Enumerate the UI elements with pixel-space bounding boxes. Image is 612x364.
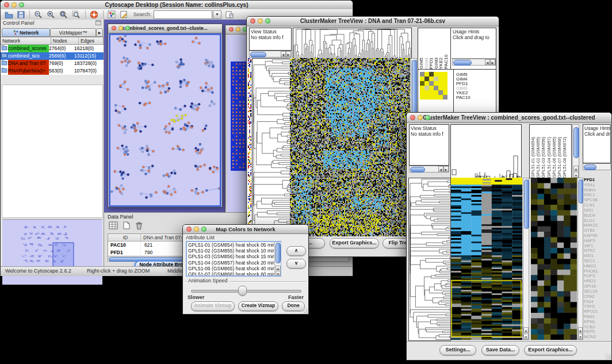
minimize-icon[interactable]	[418, 115, 423, 120]
col-label[interactable]: GPL51-04 (GSM857)	[546, 137, 552, 178]
close-icon[interactable]	[112, 26, 116, 30]
attribute-list-item[interactable]: GPL51-06 (GSM865) heat shock 40 min	[187, 266, 280, 271]
attribute-list-item[interactable]: GPL51-03 (GSM856) heat shock 15 min	[187, 254, 280, 259]
column-dendrogram[interactable]	[450, 124, 522, 178]
attribute-list-item[interactable]: GPL51-02 (GSM855) heat shock 10 min	[187, 248, 280, 254]
save-data-button[interactable]: Save Data...	[481, 345, 519, 355]
col-label[interactable]: GPL51-08 (GSM872)	[562, 137, 567, 178]
annotation-icon[interactable]	[120, 10, 128, 18]
col-label[interactable]: GPL51-01 (GSM854)	[530, 137, 536, 178]
vizmapper-icon[interactable]	[108, 10, 116, 18]
search-dropdown-icon[interactable]: ▼	[213, 10, 221, 19]
treeview1-titlebar[interactable]: ClusterMaker TreeView : DNA and Tran 07-…	[247, 17, 499, 26]
attribute-grid-icon[interactable]	[109, 221, 118, 232]
scrollbar-thumb[interactable]	[250, 52, 266, 58]
new-attribute-icon[interactable]	[123, 221, 130, 232]
attribute-list-item[interactable]: GPL51-01 (GSM854) heat shock 05 min	[187, 242, 280, 248]
float-panel-icon[interactable]	[95, 20, 101, 26]
attribute-table-icon[interactable]	[225, 10, 234, 18]
control-panel-title: Control Panel	[3, 20, 35, 26]
close-icon[interactable]	[410, 115, 415, 120]
zoom-out-icon[interactable]	[34, 10, 43, 19]
heatmap-zoom-panel[interactable]	[531, 178, 577, 340]
minimize-icon[interactable]	[118, 26, 123, 30]
attribute-list-item[interactable]: GPL51-04 (GSM857) heat shock 20 min	[187, 260, 280, 266]
cytoscape-titlebar[interactable]: Cytoscape Desktop (Session Name: collins…	[1, 1, 353, 10]
attribute-list-scrollbar[interactable]: ▲ ▼	[274, 242, 281, 275]
view-status-scrollbar[interactable]: ◀▶	[249, 51, 292, 58]
network-row[interactable]: combined_scores 2764(0) 16218(0)	[1, 45, 104, 52]
row-label[interactable]: PAC10	[456, 95, 494, 100]
save-icon[interactable]	[17, 11, 25, 18]
column-dendrogram[interactable]	[293, 28, 412, 59]
resize-grip[interactable]	[605, 354, 611, 359]
zoom-fit-icon[interactable]	[59, 10, 68, 19]
network-row[interactable]: DNA and Tran 07 769(0) 183728(0)	[1, 60, 104, 67]
minimize-icon[interactable]	[258, 18, 263, 24]
export-graphics-button[interactable]: Export Graphics...	[524, 345, 577, 355]
close-icon[interactable]	[229, 27, 234, 32]
control-panel-tabs: Network VizMapper™ ▶	[1, 28, 104, 37]
zoom-icon[interactable]	[19, 2, 24, 7]
network-icon	[13, 30, 18, 35]
zoom-icon[interactable]	[265, 18, 270, 24]
open-folder-icon[interactable]	[5, 11, 13, 18]
zoom-panel-vscrollbar[interactable]: ▲▼	[577, 178, 583, 340]
done-button[interactable]: Done	[282, 301, 305, 311]
close-icon[interactable]	[186, 227, 192, 232]
network-view-titlebar[interactable]: combined_scores_good.txt--cluste...	[108, 24, 222, 33]
close-icon[interactable]	[250, 18, 255, 24]
zoom-icon[interactable]	[201, 227, 206, 232]
heatmap-vscrollbar[interactable]: ▲▼	[523, 178, 529, 340]
minimize-icon[interactable]	[194, 227, 199, 232]
heatmap-main[interactable]	[290, 58, 410, 236]
col-label[interactable]: PAC10	[444, 55, 449, 69]
settings-button[interactable]: Settings...	[439, 345, 476, 355]
minimize-icon[interactable]	[12, 2, 17, 7]
network-row[interactable]: combined_sco 2569(6) 13112(15)	[1, 52, 104, 60]
search-input[interactable]	[154, 10, 212, 19]
move-down-button[interactable]: ∨	[286, 259, 306, 269]
row-dendrogram[interactable]	[408, 178, 451, 341]
export-graphics-button[interactable]: Export Graphics...	[330, 238, 379, 248]
create-vizmap-button[interactable]: Create Vizmap	[238, 301, 278, 311]
resize-grip[interactable]	[302, 308, 308, 313]
gene-label[interactable]: MON2	[584, 335, 610, 340]
col-label[interactable]: GPL51-03 (GSM856)	[541, 137, 546, 178]
col-label[interactable]: GPL51-07 (GSM868)	[557, 137, 562, 178]
minimize-icon[interactable]	[236, 27, 240, 32]
close-icon[interactable]	[4, 2, 9, 7]
move-up-button[interactable]: ∧	[286, 246, 306, 256]
col-edges[interactable]: Edges	[79, 37, 104, 44]
tab-network[interactable]: Network	[2, 28, 50, 37]
network-view-canvas[interactable]	[110, 35, 220, 205]
usage-hints-scrollbar[interactable]: ◀▶	[452, 59, 496, 66]
col-nodes[interactable]: Nodes	[51, 37, 79, 44]
help-ring-icon[interactable]	[90, 10, 98, 19]
animate-vizmap-button[interactable]: Animate Vizmap	[191, 301, 235, 311]
zoom-icon[interactable]	[425, 115, 430, 120]
view-status-title: View Status	[411, 125, 447, 131]
view-status-scrollbar[interactable]: ◀▶	[409, 166, 449, 173]
network-file-icon	[1, 60, 8, 68]
tab-overflow-arrow[interactable]: ▶	[96, 28, 103, 37]
id-column-header[interactable]: ID	[108, 234, 141, 241]
correlation-mini-heatmap[interactable]	[420, 72, 447, 99]
attribute-list-item[interactable]: GPL51-07 (GSM868) heat shock 60 min	[187, 271, 280, 277]
dialog-titlebar[interactable]: Map Colors to Network	[183, 225, 308, 234]
col-label[interactable]: GPL51-06 (GSM865)	[552, 137, 557, 178]
zoom-icon[interactable]	[125, 26, 130, 30]
animation-speed-slider-thumb[interactable]	[238, 286, 247, 296]
col-network[interactable]: Network	[1, 37, 51, 44]
usage-hints-box: Usage Hints Click and drag	[583, 124, 611, 163]
treeview2-titlebar[interactable]: ClusterMaker TreeView : combined_scores_…	[407, 113, 611, 123]
heatmap-main[interactable]	[451, 178, 522, 340]
tab-vizmapper[interactable]: VizMapper™	[50, 28, 96, 37]
col-labels-vscrollbar[interactable]: ▲▼	[572, 124, 579, 178]
zoom-in-icon[interactable]	[47, 10, 55, 19]
usage-hints-scrollbar[interactable]	[583, 163, 611, 170]
delete-attribute-icon[interactable]	[135, 221, 143, 232]
zoom-selected-icon[interactable]	[72, 10, 81, 19]
network-row[interactable]: RNAPuberNov2+ 563(0) 107847(0)	[1, 67, 104, 75]
row-dendrogram[interactable]	[252, 58, 291, 237]
